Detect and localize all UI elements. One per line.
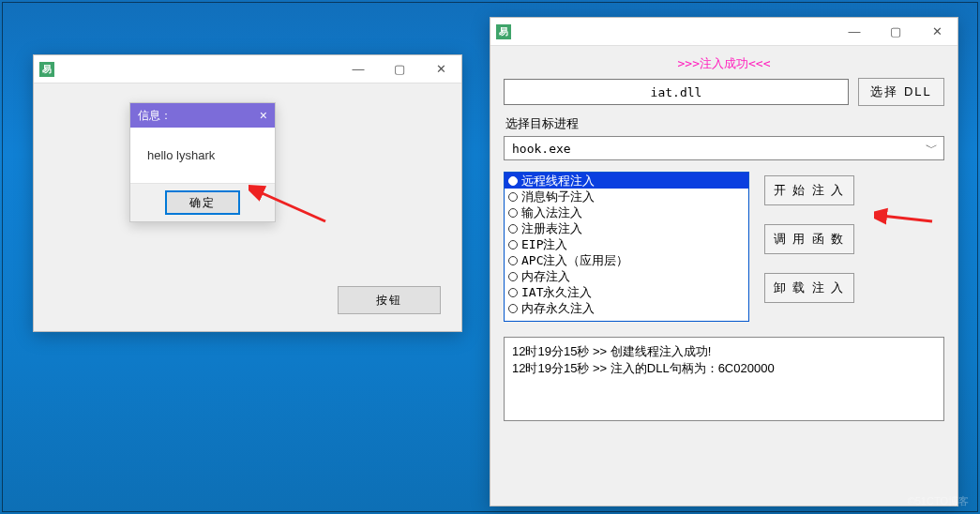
- message-box: 信息： × hello lyshark 确定: [129, 102, 276, 222]
- radio-icon: [508, 192, 518, 202]
- titlebar[interactable]: 易 — ▢ ✕: [34, 55, 461, 83]
- injector-window: 易 — ▢ ✕ >>>注入成功<<< iat.dll 选择 DLL 选择目标进程…: [490, 17, 958, 506]
- message-box-text: hello lyshark: [130, 128, 275, 183]
- message-box-titlebar[interactable]: 信息： ×: [130, 103, 275, 128]
- start-inject-button[interactable]: 开 始 注 入: [764, 175, 854, 205]
- radio-icon: [508, 208, 518, 218]
- radio-icon: [508, 288, 518, 297]
- radio-icon: [508, 176, 518, 186]
- injection-option[interactable]: 内存注入: [505, 268, 748, 284]
- maximize-button[interactable]: ▢: [379, 55, 420, 83]
- app-icon: 易: [496, 24, 511, 39]
- option-label: IAT永久注入: [521, 285, 592, 299]
- radio-icon: [508, 240, 518, 249]
- option-label: 注册表注入: [521, 221, 582, 235]
- call-function-button[interactable]: 调 用 函 数: [764, 224, 854, 254]
- radio-icon: [508, 224, 518, 234]
- chevron-down-icon: ﹀: [923, 140, 940, 157]
- log-line: 12时19分15秒 >> 注入的DLL句柄为：6C020000: [512, 360, 936, 377]
- dropdown-value: hook.exe: [512, 142, 571, 156]
- radio-icon: [508, 256, 518, 265]
- injection-option[interactable]: 注册表注入: [505, 220, 748, 236]
- unload-inject-button[interactable]: 卸 载 注 入: [764, 273, 854, 303]
- target-process-dropdown[interactable]: hook.exe ﹀: [504, 136, 944, 160]
- titlebar[interactable]: 易 — ▢ ✕: [490, 18, 957, 46]
- injection-option[interactable]: IAT永久注入: [505, 284, 748, 300]
- app-icon: 易: [39, 62, 54, 77]
- option-label: 远程线程注入: [521, 174, 595, 188]
- log-line: 12时19分15秒 >> 创建线程注入成功!: [512, 343, 936, 360]
- close-icon[interactable]: ×: [260, 108, 267, 123]
- message-box-title: 信息：: [138, 108, 172, 124]
- injection-option[interactable]: 内存永久注入: [505, 300, 748, 316]
- radio-icon: [508, 304, 518, 313]
- host-app-window: 易 — ▢ ✕ 信息： × hello lyshark 确定 按钮: [33, 54, 462, 332]
- status-text: >>>注入成功<<<: [504, 55, 944, 72]
- option-label: 输入法注入: [521, 205, 582, 219]
- option-label: 消息钩子注入: [521, 189, 595, 204]
- log-output[interactable]: 12时19分15秒 >> 创建线程注入成功!12时19分15秒 >> 注入的DL…: [504, 337, 944, 421]
- option-label: EIP注入: [521, 237, 567, 251]
- maximize-button[interactable]: ▢: [875, 18, 916, 45]
- radio-icon: [508, 272, 518, 281]
- injection-option[interactable]: 远程线程注入: [505, 173, 748, 189]
- choose-dll-button[interactable]: 选择 DLL: [858, 78, 944, 106]
- dll-path-input[interactable]: iat.dll: [504, 79, 849, 105]
- injection-option[interactable]: APC注入（应用层）: [505, 252, 748, 268]
- target-process-label: 选择目标进程: [505, 115, 944, 132]
- watermark: ©51CTO博客: [908, 494, 969, 508]
- option-label: 内存注入: [521, 269, 570, 283]
- close-button[interactable]: ✕: [916, 18, 957, 45]
- injection-method-list[interactable]: 远程线程注入消息钩子注入输入法注入注册表注入EIP注入APC注入（应用层）内存注…: [504, 172, 749, 322]
- minimize-button[interactable]: —: [338, 55, 379, 83]
- injection-option[interactable]: 消息钩子注入: [505, 189, 748, 204]
- ok-button[interactable]: 确定: [166, 191, 239, 214]
- option-label: APC注入（应用层）: [521, 253, 628, 267]
- minimize-button[interactable]: —: [834, 18, 875, 45]
- option-label: 内存永久注入: [521, 301, 595, 315]
- injection-option[interactable]: EIP注入: [505, 236, 748, 252]
- close-button[interactable]: ✕: [420, 55, 461, 83]
- injection-option[interactable]: 输入法注入: [505, 204, 748, 220]
- trigger-button[interactable]: 按钮: [338, 286, 441, 314]
